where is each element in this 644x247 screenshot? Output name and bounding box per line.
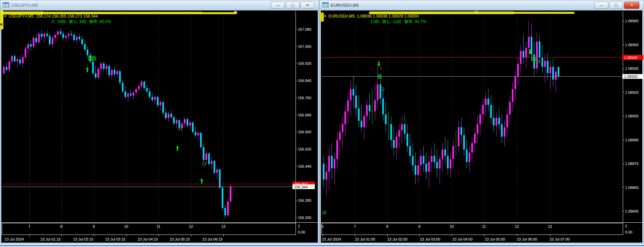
svg-text:156.440: 156.440 [298, 164, 311, 168]
stats-line: 12回 勝ち: 11回 勝率: 91.7% [370, 19, 426, 25]
svg-text:1.08875: 1.08875 [625, 162, 639, 166]
svg-text:23 Jul 2024: 23 Jul 2024 [5, 237, 24, 241]
chart-window-usdjpy: USDJPY#,M5 — □ ✕ 157.080157.000156.92015… [0, 0, 319, 244]
svg-text:6: 6 [321, 224, 324, 228]
svg-text:23 Jul 01:00: 23 Jul 01:00 [355, 237, 375, 241]
symbol-dropdown-arrow[interactable]: ▼ [324, 15, 327, 18]
svg-text:23 Jul 06:15: 23 Jul 06:15 [202, 237, 223, 241]
svg-text:23 Jul 05:15: 23 Jul 05:15 [170, 237, 190, 241]
svg-text:23 Jul 05:00: 23 Jul 05:00 [485, 237, 505, 241]
svg-text:23 Jul 06:00: 23 Jul 06:00 [517, 237, 537, 241]
svg-text:156.680: 156.680 [298, 113, 311, 117]
svg-text:1.08950: 1.08950 [625, 43, 639, 47]
svg-text:1.08860: 1.08860 [625, 186, 639, 190]
stats-line: 大: 10回 勝ち: 8回 勝率: 80.0% [51, 19, 111, 25]
window-title: EURUSD#,M5 [331, 3, 359, 8]
chart-icon [322, 2, 329, 8]
svg-text:0.00: 0.00 [298, 230, 305, 234]
chart-icon [3, 2, 9, 8]
marker-scribble [5, 19, 50, 24]
mdi-workspace: { "windows": [ { "title": "USDJPY#,M5", … [0, 0, 644, 247]
svg-text:7: 7 [354, 224, 356, 228]
chart-area-usdjpy[interactable]: 157.080157.000156.920156.840156.760156.6… [0, 10, 319, 244]
ohlc-line: USDJPY#,M5 156.274 156.355 156.273 156.3… [9, 14, 98, 19]
svg-text:156.920: 156.920 [298, 61, 311, 65]
svg-text:13: 13 [548, 224, 552, 228]
symbol-header: ▼ USDJPY#,M5 156.274 156.355 156.273 156… [4, 14, 98, 19]
svg-text:23 Jul 02:15: 23 Jul 02:15 [73, 237, 93, 241]
svg-text:11: 11 [157, 224, 160, 228]
minimize-button[interactable]: — [594, 2, 608, 9]
symbol-dropdown-arrow[interactable]: ▼ [4, 15, 7, 18]
eurusd-chart-canvas[interactable]: 1.089651.089501.089351.089201.089051.088… [320, 10, 644, 244]
svg-text:2: 2 [298, 224, 300, 228]
chart-window-eurusd: EURUSD#,M5 — □ ✕ 1.089651.089501.089351.… [319, 0, 644, 244]
svg-text:8: 8 [386, 224, 388, 228]
minimize-button[interactable]: — [271, 2, 285, 9]
svg-text:157.000: 157.000 [298, 45, 311, 49]
svg-text:10: 10 [450, 224, 454, 228]
usdjpy-chart-canvas[interactable]: 157.080157.000156.920156.840156.760156.6… [0, 10, 319, 244]
symbol-header: ▼ EURUSD#,M5 1.08936 1.08936 1.08929 1.0… [324, 14, 419, 19]
svg-text:9: 9 [93, 224, 95, 228]
svg-text:156.280: 156.280 [298, 198, 311, 202]
svg-text:23 Jul 2024: 23 Jul 2024 [322, 237, 341, 241]
svg-text:23 Jul 02:00: 23 Jul 02:00 [387, 237, 408, 241]
svg-text:12: 12 [515, 224, 519, 228]
svg-text:156.520: 156.520 [298, 147, 311, 151]
svg-text:156.760: 156.760 [298, 96, 311, 100]
restore-button[interactable]: □ [609, 2, 623, 9]
ohlc-line: EURUSD#,M5 1.08936 1.08936 1.08929 1.089… [329, 14, 419, 19]
svg-text:23 Jul 03:15: 23 Jul 03:15 [105, 237, 125, 241]
svg-text:1.08920: 1.08920 [625, 90, 639, 94]
svg-text:8: 8 [60, 224, 62, 228]
svg-text:156.840: 156.840 [298, 79, 311, 83]
svg-text:10: 10 [124, 224, 128, 228]
close-button[interactable]: ✕ [301, 2, 314, 9]
svg-text:2: 2 [625, 224, 627, 228]
titlebar-usdjpy[interactable]: USDJPY#,M5 — □ ✕ [0, 0, 319, 10]
restore-button[interactable]: □ [286, 2, 300, 9]
svg-text:1.08935: 1.08935 [625, 66, 639, 71]
svg-text:1.08905: 1.08905 [625, 114, 639, 118]
svg-text:23 Jul 04:15: 23 Jul 04:15 [138, 237, 158, 241]
svg-text:0.00: 0.00 [625, 230, 632, 234]
marker-scribble [325, 19, 370, 24]
svg-text:12: 12 [189, 224, 193, 228]
svg-text:1.08845: 1.08845 [625, 209, 639, 213]
svg-text:23 Jul 01:15: 23 Jul 01:15 [40, 237, 61, 241]
svg-text:1.08965: 1.08965 [625, 19, 639, 23]
svg-text:156.600: 156.600 [298, 130, 311, 134]
svg-text:1.08890: 1.08890 [625, 138, 639, 142]
svg-text:9: 9 [418, 224, 420, 228]
svg-text:13: 13 [221, 224, 225, 228]
svg-text:23 Jul 03:00: 23 Jul 03:00 [420, 237, 440, 241]
close-button[interactable]: ✕ [624, 2, 639, 9]
svg-text:7: 7 [28, 224, 30, 228]
svg-text:23 Jul 07:00: 23 Jul 07:00 [550, 237, 570, 241]
svg-text:157.080: 157.080 [298, 27, 311, 31]
window-title: USDJPY#,M5 [11, 3, 38, 8]
svg-text:156.200: 156.200 [298, 216, 311, 220]
svg-text:1.08930: 1.08930 [624, 75, 638, 79]
titlebar-eurusd[interactable]: EURUSD#,M5 — □ ✕ [320, 0, 644, 10]
svg-text:1.08942: 1.08942 [624, 56, 638, 60]
svg-text:156.344: 156.344 [294, 185, 308, 189]
svg-text:11: 11 [482, 224, 486, 228]
chart-area-eurusd[interactable]: 1.089651.089501.089351.089201.089051.088… [320, 10, 644, 244]
svg-text:23 Jul 04:00: 23 Jul 04:00 [452, 237, 473, 241]
